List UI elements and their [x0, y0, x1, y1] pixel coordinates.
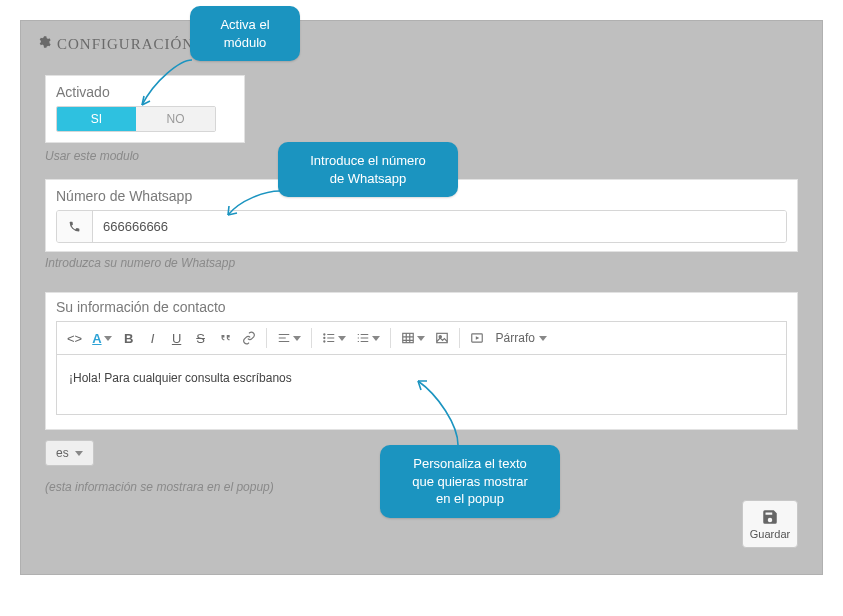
activate-toggle[interactable]: SI NO: [56, 106, 216, 132]
phone-input-group: [56, 210, 787, 243]
source-icon[interactable]: <>: [63, 326, 86, 350]
separator: [390, 328, 391, 348]
editor-label: Su información de contacto: [56, 299, 787, 315]
callout-phone: Introduce el númerode Whatsapp: [278, 142, 458, 197]
editor-content[interactable]: ¡Hola! Para cualquier consulta escríbano…: [56, 355, 787, 415]
save-icon: [761, 508, 779, 526]
svg-rect-4: [436, 333, 447, 342]
separator: [459, 328, 460, 348]
save-label: Guardar: [750, 528, 790, 540]
callout-text: Personaliza el textoque quieras mostrare…: [412, 456, 528, 506]
panel-header: CONFIGURACIÓN: [35, 31, 808, 61]
number-list-button[interactable]: [352, 326, 384, 350]
callout-editor: Personaliza el textoque quieras mostrare…: [380, 445, 560, 518]
svg-rect-3: [402, 333, 413, 342]
svg-point-1: [323, 337, 325, 339]
activate-card: Activado SI NO: [45, 75, 245, 143]
strike-button[interactable]: S: [190, 326, 212, 350]
quote-icon[interactable]: [214, 326, 236, 350]
phone-icon: [57, 211, 93, 242]
language-dropdown[interactable]: es: [45, 440, 94, 466]
align-button[interactable]: [273, 326, 305, 350]
link-icon[interactable]: [238, 326, 260, 350]
callout-text: Introduce el númerode Whatsapp: [310, 153, 426, 186]
paragraph-dropdown[interactable]: Párrafo: [490, 326, 553, 350]
panel-title: CONFIGURACIÓN: [57, 36, 194, 53]
bullet-list-button[interactable]: [318, 326, 350, 350]
language-label: es: [56, 446, 69, 460]
gear-icon: [37, 35, 51, 53]
chevron-down-icon: [75, 451, 83, 456]
separator: [311, 328, 312, 348]
activate-label: Activado: [56, 84, 234, 100]
toggle-off[interactable]: NO: [136, 107, 215, 131]
underline-button[interactable]: U: [166, 326, 188, 350]
text-color-button[interactable]: A: [88, 326, 115, 350]
editor-card: Su información de contacto <> A B I U S: [45, 292, 798, 430]
callout-activate: Activa elmódulo: [190, 6, 300, 61]
svg-point-0: [323, 333, 325, 335]
phone-hint: Introduzca su numero de Whatsapp: [45, 256, 798, 270]
editor-toolbar: <> A B I U S: [56, 321, 787, 355]
table-button[interactable]: [397, 326, 429, 350]
separator: [266, 328, 267, 348]
toggle-on[interactable]: SI: [57, 107, 136, 131]
callout-text: Activa elmódulo: [220, 17, 269, 50]
italic-button[interactable]: I: [142, 326, 164, 350]
bold-button[interactable]: B: [118, 326, 140, 350]
paragraph-label: Párrafo: [496, 331, 535, 345]
save-button[interactable]: Guardar: [742, 500, 798, 548]
video-icon[interactable]: [466, 326, 488, 350]
svg-point-2: [323, 340, 325, 342]
phone-input[interactable]: [93, 211, 786, 242]
image-icon[interactable]: [431, 326, 453, 350]
